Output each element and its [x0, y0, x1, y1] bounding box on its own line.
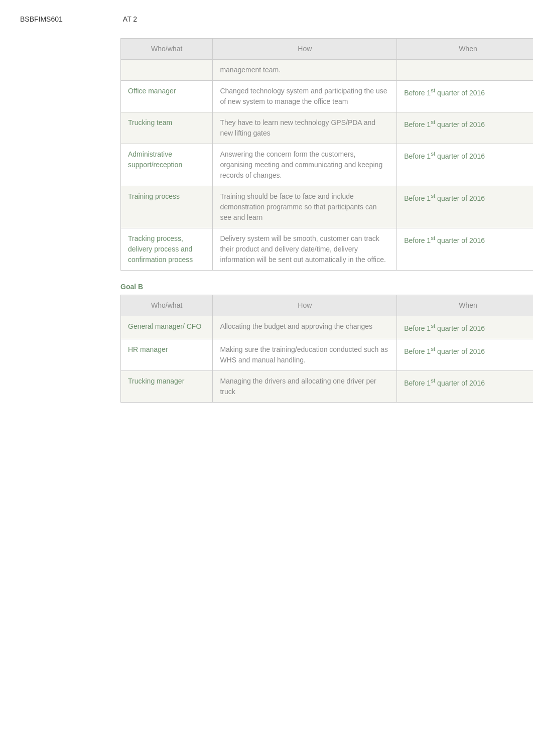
goal-a-table: Who/what How When management team.Office…: [120, 38, 533, 271]
who-cell: [121, 60, 213, 81]
table-row: Administrative support/receptionAnswerin…: [121, 144, 534, 186]
how-cell: management team.: [213, 60, 397, 81]
how-cell: Answering the concern form the customers…: [213, 144, 397, 186]
table-row: General manager/ CFOAllocating the budge…: [121, 316, 534, 339]
when-cell: Before 1st quarter of 2016: [397, 144, 533, 186]
col-how-header: How: [213, 39, 397, 60]
goal-a-header-row: Who/what How When: [121, 39, 534, 60]
how-cell: Delivery system will be smooth, customer…: [213, 228, 397, 271]
how-cell: Training should be face to face and incl…: [213, 186, 397, 228]
goal-b-header-row: Who/what How When: [121, 295, 534, 316]
who-cell: Office manager: [121, 81, 213, 112]
who-cell: HR manager: [121, 339, 213, 370]
col-how-b-header: How: [213, 295, 397, 316]
who-cell: Training process: [121, 186, 213, 228]
col-who-b-header: Who/what: [121, 295, 213, 316]
who-cell: Trucking team: [121, 112, 213, 144]
when-cell: [397, 60, 533, 81]
goal-b-label: Goal B: [120, 283, 513, 291]
col-when-header: When: [397, 39, 533, 60]
who-cell: Tracking process, delivery process and c…: [121, 228, 213, 271]
when-cell: Before 1st quarter of 2016: [397, 81, 533, 112]
table-row: Training processTraining should be face …: [121, 186, 534, 228]
goal-b-table: Who/what How When General manager/ CFOAl…: [120, 295, 533, 403]
who-cell: Trucking manager: [121, 370, 213, 402]
how-cell: Making sure the training/education condu…: [213, 339, 397, 370]
table-row: management team.: [121, 60, 534, 81]
table-row: Trucking managerManaging the drivers and…: [121, 370, 534, 402]
table-row: HR managerMaking sure the training/educa…: [121, 339, 534, 370]
when-cell: Before 1st quarter of 2016: [397, 339, 533, 370]
how-cell: They have to learn new technology GPS/PD…: [213, 112, 397, 144]
table-row: Trucking teamThey have to learn new tech…: [121, 112, 534, 144]
how-cell: Managing the drivers and allocating one …: [213, 370, 397, 402]
when-cell: Before 1st quarter of 2016: [397, 112, 533, 144]
who-cell: General manager/ CFO: [121, 316, 213, 339]
assignment-label: AT 2: [123, 15, 137, 23]
when-cell: Before 1st quarter of 2016: [397, 186, 533, 228]
when-cell: Before 1st quarter of 2016: [397, 228, 533, 271]
col-who-header: Who/what: [121, 39, 213, 60]
how-cell: Allocating the budget and approving the …: [213, 316, 397, 339]
when-cell: Before 1st quarter of 2016: [397, 370, 533, 402]
how-cell: Changed technology system and participat…: [213, 81, 397, 112]
table-row: Office managerChanged technology system …: [121, 81, 534, 112]
when-cell: Before 1st quarter of 2016: [397, 316, 533, 339]
col-when-b-header: When: [397, 295, 533, 316]
who-cell: Administrative support/reception: [121, 144, 213, 186]
table-row: Tracking process, delivery process and c…: [121, 228, 534, 271]
page-header: BSBFIMS601 AT 2: [20, 15, 513, 23]
course-code: BSBFIMS601: [20, 15, 63, 23]
